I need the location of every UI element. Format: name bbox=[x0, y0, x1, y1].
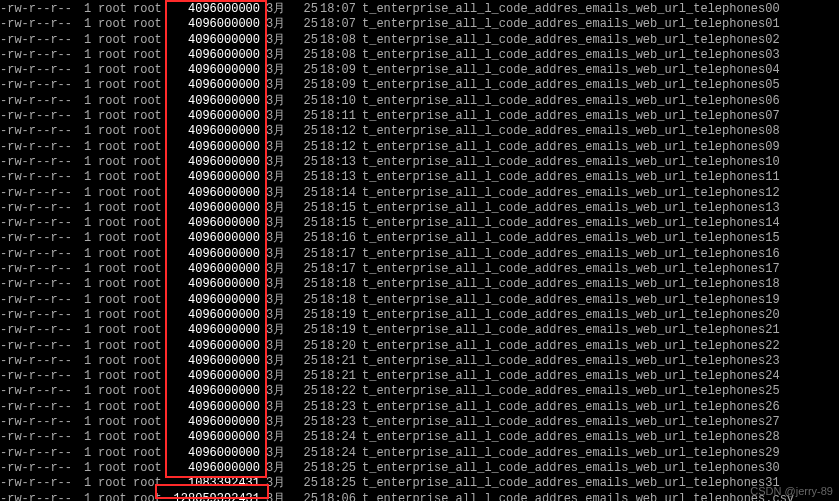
col-month: 3月 bbox=[266, 354, 292, 369]
col-filename: t_enterprise_all_l_code_addres_emails_we… bbox=[362, 109, 780, 124]
col-time: 18:22 bbox=[318, 384, 362, 399]
col-permissions: -rw-r--r-- bbox=[0, 140, 84, 155]
col-day: 25 bbox=[292, 247, 318, 262]
col-size: 4096000000 bbox=[168, 33, 266, 48]
file-row: -rw-r--r--1rootroot40960000003月2518:13t_… bbox=[0, 170, 839, 185]
col-group: root bbox=[133, 384, 168, 399]
col-time: 18:15 bbox=[318, 201, 362, 216]
col-permissions: -rw-r--r-- bbox=[0, 384, 84, 399]
col-links: 1 bbox=[84, 94, 98, 109]
file-row: -rw-r--r--1rootroot40960000003月2518:11t_… bbox=[0, 109, 839, 124]
col-owner: root bbox=[98, 109, 133, 124]
col-time: 18:24 bbox=[318, 446, 362, 461]
col-permissions: -rw-r--r-- bbox=[0, 2, 84, 17]
col-time: 18:06 bbox=[318, 492, 362, 502]
col-owner: root bbox=[98, 476, 133, 491]
col-filename: t_enterprise_all_l_code_addres_emails_we… bbox=[362, 476, 780, 491]
col-month: 3月 bbox=[266, 201, 292, 216]
col-group: root bbox=[133, 48, 168, 63]
col-day: 25 bbox=[292, 339, 318, 354]
col-group: root bbox=[133, 400, 168, 415]
col-month: 3月 bbox=[266, 415, 292, 430]
col-group: root bbox=[133, 293, 168, 308]
col-time: 18:18 bbox=[318, 293, 362, 308]
col-filename: t_enterprise_all_l_code_addres_emails_we… bbox=[362, 446, 780, 461]
col-filename: t_enterprise_all_l_code_addres_emails_we… bbox=[362, 339, 780, 354]
col-filename: t_enterprise_all_l_code_addres_emails_we… bbox=[362, 63, 780, 78]
file-row: -rw-r--r--1rootroot40960000003月2518:15t_… bbox=[0, 201, 839, 216]
col-permissions: -rw-r--r-- bbox=[0, 231, 84, 246]
col-links: 1 bbox=[84, 476, 98, 491]
col-links: 1 bbox=[84, 48, 98, 63]
col-size: 4096000000 bbox=[168, 293, 266, 308]
col-day: 25 bbox=[292, 216, 318, 231]
col-group: root bbox=[133, 33, 168, 48]
col-day: 25 bbox=[292, 446, 318, 461]
col-permissions: -rw-r--r-- bbox=[0, 201, 84, 216]
col-filename: t_enterprise_all_l_code_addres_emails_we… bbox=[362, 48, 780, 63]
col-group: root bbox=[133, 140, 168, 155]
col-time: 18:21 bbox=[318, 354, 362, 369]
col-time: 18:13 bbox=[318, 155, 362, 170]
watermark: CSDN @jerry-89 bbox=[750, 484, 833, 499]
col-links: 1 bbox=[84, 415, 98, 430]
col-month: 3月 bbox=[266, 155, 292, 170]
col-size: 4096000000 bbox=[168, 262, 266, 277]
col-group: root bbox=[133, 308, 168, 323]
col-size: 4096000000 bbox=[168, 186, 266, 201]
file-row: -rw-r--r--1rootroot40960000003月2518:08t_… bbox=[0, 48, 839, 63]
col-permissions: -rw-r--r-- bbox=[0, 262, 84, 277]
col-group: root bbox=[133, 201, 168, 216]
col-owner: root bbox=[98, 155, 133, 170]
col-links: 1 bbox=[84, 369, 98, 384]
col-permissions: -rw-r--r-- bbox=[0, 369, 84, 384]
col-filename: t_enterprise_all_l_code_addres_emails_we… bbox=[362, 430, 780, 445]
col-owner: root bbox=[98, 247, 133, 262]
col-filename: t_enterprise_all_l_code_addres_emails_we… bbox=[362, 33, 780, 48]
col-permissions: -rw-r--r-- bbox=[0, 354, 84, 369]
col-filename: t_enterprise_all_l_code_addres_emails_we… bbox=[362, 323, 780, 338]
col-month: 3月 bbox=[266, 78, 292, 93]
col-links: 1 bbox=[84, 201, 98, 216]
col-day: 25 bbox=[292, 155, 318, 170]
file-row: -rw-r--r--1rootroot40960000003月2518:20t_… bbox=[0, 339, 839, 354]
file-row: -rw-r--r--1rootroot40960000003月2518:10t_… bbox=[0, 94, 839, 109]
file-row: -rw-r--r--1rootroot40960000003月2518:12t_… bbox=[0, 140, 839, 155]
file-row: -rw-r--r--1rootroot40960000003月2518:17t_… bbox=[0, 247, 839, 262]
file-row: -rw-r--r--1rootroot40960000003月2518:23t_… bbox=[0, 400, 839, 415]
col-month: 3月 bbox=[266, 63, 292, 78]
col-day: 25 bbox=[292, 293, 318, 308]
col-links: 1 bbox=[84, 277, 98, 292]
col-group: root bbox=[133, 262, 168, 277]
col-month: 3月 bbox=[266, 186, 292, 201]
col-group: root bbox=[133, 354, 168, 369]
file-row: -rw-r--r--1rootroot40960000003月2518:18t_… bbox=[0, 277, 839, 292]
col-group: root bbox=[133, 63, 168, 78]
col-month: 3月 bbox=[266, 293, 292, 308]
col-permissions: -rw-r--r-- bbox=[0, 339, 84, 354]
col-day: 25 bbox=[292, 170, 318, 185]
col-owner: root bbox=[98, 216, 133, 231]
col-day: 25 bbox=[292, 323, 318, 338]
col-size: 4096000000 bbox=[168, 369, 266, 384]
col-owner: root bbox=[98, 124, 133, 139]
col-month: 3月 bbox=[266, 430, 292, 445]
col-permissions: -rw-r--r-- bbox=[0, 430, 84, 445]
col-filename: t_enterprise_all_l_code_addres_emails_we… bbox=[362, 78, 780, 93]
col-links: 1 bbox=[84, 63, 98, 78]
col-size: 4096000000 bbox=[168, 354, 266, 369]
col-time: 18:25 bbox=[318, 476, 362, 491]
col-time: 18:12 bbox=[318, 140, 362, 155]
file-listing: -rw-r--r--1rootroot40960000003月2518:07t_… bbox=[0, 2, 839, 501]
col-permissions: -rw-r--r-- bbox=[0, 492, 84, 502]
col-day: 25 bbox=[292, 384, 318, 399]
col-owner: root bbox=[98, 48, 133, 63]
col-group: root bbox=[133, 247, 168, 262]
col-links: 1 bbox=[84, 492, 98, 502]
col-day: 25 bbox=[292, 277, 318, 292]
col-filename: t_enterprise_all_l_code_addres_emails_we… bbox=[362, 277, 780, 292]
col-owner: root bbox=[98, 339, 133, 354]
col-filename: t_enterprise_all_l_code_addres_emails_we… bbox=[362, 94, 780, 109]
col-links: 1 bbox=[84, 323, 98, 338]
col-group: root bbox=[133, 17, 168, 32]
